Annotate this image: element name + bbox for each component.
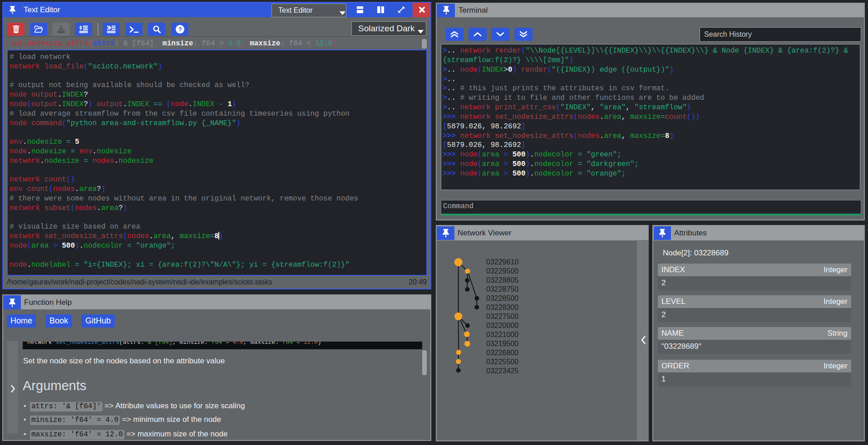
svg-text:03221000: 03221000	[486, 331, 518, 338]
svg-text:03223425: 03223425	[486, 367, 518, 375]
svg-text:?: ?	[178, 26, 182, 33]
svg-text:03220000: 03220000	[486, 322, 518, 329]
svg-text:03225500: 03225500	[486, 358, 518, 366]
svg-text:03228500: 03228500	[486, 294, 518, 302]
svg-text:03228300: 03228300	[486, 303, 518, 311]
svg-text:03226800: 03226800	[486, 349, 518, 357]
svg-text:03227500: 03227500	[486, 313, 518, 320]
svg-text:03229500: 03229500	[486, 267, 518, 275]
svg-text:03219500: 03219500	[486, 340, 518, 347]
svg-text:03229610: 03229610	[486, 258, 518, 266]
svg-text:03228805: 03228805	[486, 276, 518, 284]
svg-text:03228750: 03228750	[486, 285, 518, 293]
